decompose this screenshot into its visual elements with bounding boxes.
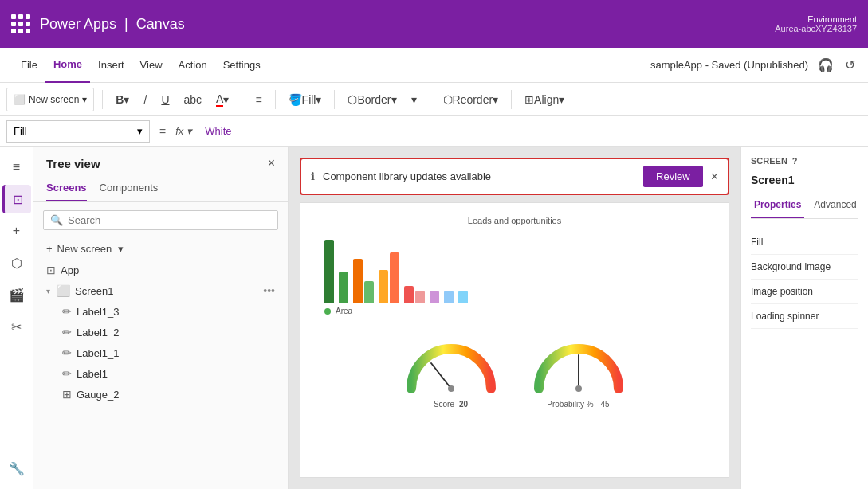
label1-icon: ✏ — [62, 367, 72, 380]
new-screen-button[interactable]: ⬜ New screen ▾ — [6, 88, 94, 111]
tree-item-gauge2[interactable]: ⊞ Gauge_2 — [33, 384, 288, 405]
prop-image-position[interactable]: Image position — [751, 280, 858, 304]
canvas-area: ℹ Component library updates available Re… — [289, 147, 740, 489]
menu-view[interactable]: View — [132, 48, 171, 83]
app-title: Power Apps | Canvas — [40, 16, 185, 33]
layers-sidebar-icon[interactable]: ⊡ — [2, 185, 31, 213]
formula-value[interactable]: White — [198, 125, 862, 137]
tree-panel: Tree view × Screens Components 🔍 + New s… — [33, 147, 289, 489]
tree-item-label2[interactable]: ✏ Label1_2 — [33, 322, 288, 342]
border-button[interactable]: ⬡ Border ▾ — [343, 88, 401, 111]
menu-insert[interactable]: Insert — [90, 48, 132, 83]
help-icon[interactable]: ? — [792, 156, 798, 166]
canvas-content: Leads and opportunities — [300, 202, 729, 478]
strikethrough-button[interactable]: abc — [179, 88, 207, 111]
gauge-probability: Probability % - 45 — [523, 333, 634, 409]
separator-5 — [430, 90, 430, 109]
bold-button[interactable]: B▾ — [111, 88, 134, 111]
main-area: ≡ ⊡ + ⬡ 🎬 ✂ 🔧 Tree view × Screens Compon… — [0, 147, 868, 489]
svg-line-0 — [431, 363, 451, 389]
label2-icon: ✏ — [62, 326, 72, 338]
menu-settings[interactable]: Settings — [215, 48, 269, 83]
gauge-score-label: Score 20 — [434, 400, 468, 409]
notification-text: Component library updates available — [323, 170, 635, 182]
separator-3 — [275, 90, 276, 109]
tree-item-label1-1[interactable]: ✏ Label1_1 — [33, 342, 288, 363]
tree-item-app[interactable]: ⊡ App — [33, 260, 288, 280]
undo-icon[interactable]: ↺ — [845, 57, 855, 72]
bar-group-7 — [444, 291, 454, 303]
chevron-down-icon: ▾ — [82, 94, 87, 105]
menu-file[interactable]: File — [13, 48, 45, 83]
tab-properties[interactable]: Properties — [751, 196, 804, 218]
property-dropdown[interactable]: Fill ▾ — [6, 120, 150, 143]
tree-item-screen1[interactable]: ▾ ⬜ Screen1 ••• — [33, 280, 288, 301]
bar-group-3 — [353, 259, 374, 303]
tools-sidebar-icon[interactable]: 🔧 — [2, 454, 31, 483]
bar-10 — [444, 291, 454, 303]
add-sidebar-icon[interactable]: + — [2, 217, 31, 245]
bar-group-4 — [379, 252, 399, 303]
tab-screens[interactable]: Screens — [46, 177, 87, 201]
tab-components[interactable]: Components — [100, 177, 159, 201]
screen-section-header: SCREEN ? — [751, 156, 858, 166]
reorder-button[interactable]: ⬡ Reorder ▾ — [438, 88, 504, 111]
info-icon: ℹ — [311, 170, 315, 182]
expand-icon: ▾ — [46, 287, 50, 295]
align-obj-button[interactable]: ⊞ Align ▾ — [520, 88, 569, 111]
chevron-down-icon2[interactable]: ▾ — [407, 88, 422, 111]
media-sidebar-icon[interactable]: 🎬 — [2, 280, 31, 309]
prop-fill[interactable]: Fill — [751, 230, 858, 255]
chart-section: Leads and opportunities — [300, 203, 729, 325]
toolbar: ⬜ New screen ▾ B▾ / U abc A▾ ≡ 🪣 Fill ▾ … — [0, 83, 868, 116]
bar-6 — [390, 252, 399, 303]
waffle-menu[interactable] — [11, 14, 30, 33]
screen-icon: ⬜ — [14, 94, 26, 105]
data-sidebar-icon[interactable]: ⬡ — [2, 248, 31, 277]
tree-item-label1[interactable]: ✏ Label1 — [33, 363, 288, 384]
align-button[interactable]: ≡ — [250, 88, 266, 111]
bar-group-2 — [339, 272, 348, 303]
fx-button[interactable]: fx ▾ — [175, 125, 192, 137]
italic-button[interactable]: / — [139, 88, 151, 111]
menu-action[interactable]: Action — [171, 48, 215, 83]
label3-icon: ✏ — [62, 305, 72, 318]
gauge-score-svg — [395, 333, 507, 397]
prop-loading-spinner[interactable]: Loading spinner — [751, 304, 858, 329]
fill-button[interactable]: 🪣 Fill ▾ — [284, 88, 327, 111]
formula-bar: Fill ▾ = fx ▾ White — [0, 116, 868, 147]
code-sidebar-icon[interactable]: ✂ — [2, 312, 31, 341]
chevron-down-icon: ▾ — [137, 125, 143, 137]
top-nav: Power Apps | Canvas Environment Aurea-ab… — [0, 0, 868, 48]
tree-item-label3[interactable]: ✏ Label1_3 — [33, 301, 288, 322]
notification-banner: ℹ Component library updates available Re… — [300, 158, 729, 195]
prop-background-image[interactable]: Background image — [751, 255, 858, 280]
menu-home[interactable]: Home — [45, 48, 90, 83]
bar-group-1 — [324, 240, 334, 303]
separator-4 — [334, 90, 335, 109]
underline-button[interactable]: U — [156, 88, 174, 111]
tab-advanced[interactable]: Advanced — [811, 196, 859, 218]
font-color-button[interactable]: A▾ — [211, 88, 234, 111]
close-notification-button[interactable]: × — [711, 170, 718, 184]
screen1-icon: ⬜ — [57, 284, 70, 297]
svg-point-3 — [575, 385, 582, 392]
search-input[interactable] — [68, 214, 271, 226]
bar-5 — [379, 270, 388, 303]
review-button[interactable]: Review — [643, 166, 703, 187]
bar-group-5 — [404, 286, 425, 303]
menu-sidebar-icon[interactable]: ≡ — [2, 153, 31, 182]
separator-1 — [102, 90, 103, 109]
equals-sign: = — [156, 125, 169, 138]
menu-bar: File Home Insert View Action Settings sa… — [0, 48, 868, 83]
app-icon: ⊡ — [46, 264, 56, 276]
left-sidebar: ≡ ⊡ + ⬡ 🎬 ✂ 🔧 — [0, 147, 33, 489]
new-screen-tree-button[interactable]: + New screen ▾ — [33, 238, 288, 260]
tree-header: Tree view × — [33, 147, 288, 177]
headset-icon[interactable]: 🎧 — [818, 57, 834, 72]
search-box[interactable]: 🔍 — [43, 210, 278, 230]
chart-legend: Area — [316, 303, 713, 319]
more-icon-screen1[interactable]: ••• — [263, 284, 275, 297]
close-tree-button[interactable]: × — [268, 156, 275, 170]
chevron-down-icon-fx: ▾ — [187, 125, 192, 137]
